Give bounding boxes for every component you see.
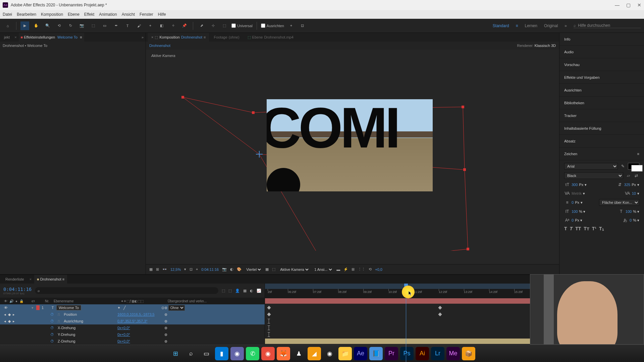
axis-world-icon[interactable]: ⊹ [209, 21, 217, 30]
panel-overflow-icon[interactable]: » [142, 35, 144, 39]
in-point-marker[interactable] [269, 319, 269, 323]
comp-mini-flow-icon[interactable]: ⬚ [222, 289, 225, 293]
add-keyframe-icon[interactable]: ◆ [8, 312, 11, 317]
menu-hilfe[interactable]: Hilfe [158, 12, 166, 17]
tracking-value[interactable]: 10 [632, 191, 636, 195]
layer-anchor-icon[interactable] [256, 151, 263, 158]
panel-bibliotheken[interactable]: Bibliotheken [559, 97, 644, 109]
taskbar-app-1[interactable]: ▮ [215, 347, 228, 360]
panel-absatz[interactable]: Absatz [559, 135, 644, 147]
premiere-icon[interactable]: Pr [385, 347, 398, 360]
property-position[interactable]: ◂◆▸ ⏱ ⎍ Position 1603,0,1016,5,-1873,5 ⊚ [0, 311, 265, 318]
eyedropper-icon[interactable]: ✎ [620, 163, 626, 169]
axis-view-icon[interactable]: ⬚ [220, 21, 229, 30]
snap-icon[interactable]: ⌖ [287, 21, 296, 30]
allcaps-button[interactable]: TT [575, 226, 581, 231]
panel-audio[interactable]: Audio [559, 46, 644, 58]
taskbar-app-10[interactable]: 📘 [369, 347, 383, 360]
y-rotation-value[interactable]: 0x+0,0° [117, 333, 130, 337]
exposure-reset-icon[interactable]: ⟲ [369, 267, 372, 272]
menu-komposition[interactable]: Komposition [41, 12, 63, 17]
panel-zeichen[interactable]: Zeichen≡ [559, 147, 644, 160]
taskbar-search-icon[interactable]: ⌕ [184, 347, 198, 360]
tab-projekt-close[interactable]: × [14, 35, 16, 39]
swap-colors-icon[interactable]: ⇄ [633, 173, 639, 179]
start-button[interactable]: ⊞ [169, 347, 182, 360]
subscript-button[interactable]: T₁ [599, 226, 604, 231]
expression-pickwhip-icon[interactable]: ⊚ [164, 312, 167, 316]
stroke-width-value[interactable]: 0 [572, 200, 574, 204]
superscript-button[interactable]: T¹ [592, 226, 596, 231]
comp-breadcrumb[interactable]: Drohnenshot [149, 44, 170, 48]
axis-local-icon[interactable]: ⬈ [197, 21, 206, 30]
menu-datei[interactable]: Datei [3, 12, 12, 17]
property-y-rotation[interactable]: ⏱ Y-Drehung 0x+0,0° ⊚ [0, 331, 265, 338]
panel-inhaltsfullung[interactable]: Inhaltsbasierte Füllung [559, 122, 644, 135]
zoom-tool[interactable]: 🔍 [43, 21, 52, 30]
selection-tool[interactable]: ▶ [20, 21, 29, 30]
tab-renderliste[interactable]: Renderliste [3, 275, 27, 284]
rotate-tool[interactable]: ↻ [66, 21, 75, 30]
workspace-standard[interactable]: Standard [493, 23, 509, 28]
bold-button[interactable]: T [564, 226, 567, 231]
fast-preview-icon[interactable]: ⚡ [343, 267, 348, 272]
stopwatch-orientation[interactable]: ⏱ [50, 319, 54, 323]
menu-animation[interactable]: Animation [99, 12, 117, 17]
hide-shy-icon[interactable]: 👤 [235, 289, 240, 293]
grid-icon[interactable]: ⊞ [156, 267, 159, 272]
roto-tool[interactable]: ✧ [169, 21, 177, 30]
noframe-icon[interactable]: ▱ [625, 173, 631, 179]
stopwatch-y-rotation[interactable]: ⏱ [50, 333, 54, 337]
parent-dropdown[interactable]: Ohne [168, 305, 185, 311]
explorer-icon[interactable]: 📁 [338, 347, 352, 360]
tab-footage[interactable]: Footage (ohne) [210, 33, 243, 42]
minimize-button[interactable]: — [615, 2, 620, 8]
menu-ebene[interactable]: Ebene [68, 12, 79, 17]
stroke-color-swatch[interactable] [631, 165, 643, 172]
property-z-rotation[interactable]: ⏱ Z-Drehung 0x+0,0° ⊚ [0, 338, 265, 345]
taskbar-app-7[interactable]: ◢ [308, 347, 321, 360]
taskbar-app-2[interactable]: ◉ [230, 347, 244, 360]
illustrator-icon[interactable]: Ai [416, 347, 429, 360]
channel-icon[interactable]: 🎨 [237, 267, 241, 272]
font-family-dropdown[interactable]: Arial [564, 163, 618, 170]
kerning-dropdown[interactable]: Metrik [572, 191, 582, 195]
eraser-tool[interactable]: ◧ [157, 21, 166, 30]
rectangle-tool[interactable]: ▭ [100, 21, 109, 30]
tsume-value[interactable]: 0 [630, 218, 632, 222]
comp-flow-icon[interactable]: ⋮⋮ [358, 267, 365, 272]
next-keyframe-icon[interactable]: ▸ [13, 312, 15, 317]
3d-view-icon[interactable]: ⬚ [272, 267, 275, 272]
resolution-dropdown[interactable]: Viertel [245, 267, 262, 272]
stopwatch-x-rotation[interactable]: ⏱ [50, 326, 54, 330]
baseline-value[interactable]: 0 [572, 218, 574, 222]
in-point-marker[interactable] [269, 325, 269, 330]
renderer-dropdown[interactable]: Klassisch 3D [534, 44, 556, 48]
after-effects-icon[interactable]: Ae [354, 347, 367, 360]
graph-editor-icon[interactable]: 📈 [257, 289, 261, 293]
orbit-tool[interactable]: ⟲ [55, 21, 63, 30]
hand-tool[interactable]: ✋ [32, 21, 41, 30]
property-ausrichtung[interactable]: ◂◆▸ ⏱ ⎍ Ausrichtung 0,8°,352,5°,357,3° ⊚ [0, 318, 265, 324]
camera-dropdown[interactable]: Aktive Kamera [279, 267, 310, 272]
x-rotation-value[interactable]: 0x+0,0° [117, 326, 130, 330]
hscale-value[interactable]: 100 [626, 209, 632, 214]
chevron-down-icon[interactable]: ▾ [184, 267, 186, 272]
timeline-timecode[interactable]: 0:04:11:16 [3, 287, 32, 292]
pixel-aspect-icon[interactable]: ▬ [336, 267, 340, 272]
font-size-value[interactable]: 300 [572, 183, 578, 187]
frame-blend-icon[interactable]: ▦ [243, 289, 247, 293]
tab-layer[interactable]: ⬚ Ebene Drohnenshot.mp4 [244, 33, 297, 42]
tab-effect-controls[interactable]: ■ Effekteinstellungen Welcome To ≡ [19, 33, 84, 42]
show-snapshot-icon[interactable]: ◐ [230, 267, 233, 272]
orientation-value[interactable]: 0,8°,352,5°,357,3° [117, 319, 148, 323]
close-button[interactable]: ✕ [637, 2, 641, 8]
layer-row-welcome-to[interactable]: 👁 ▾ 1 TWelcome To ✦ ╱⊙ ⊚ Ohne [0, 304, 265, 311]
panel-tracker[interactable]: Tracker [559, 109, 644, 122]
task-view-icon[interactable]: ▭ [200, 347, 213, 360]
keyframe[interactable] [267, 306, 271, 309]
keyframe[interactable] [438, 312, 442, 316]
timeline-icon[interactable]: ⊞ [352, 267, 355, 272]
in-point-marker[interactable] [269, 332, 269, 337]
draft3d-icon[interactable]: ⬚ [228, 289, 232, 293]
